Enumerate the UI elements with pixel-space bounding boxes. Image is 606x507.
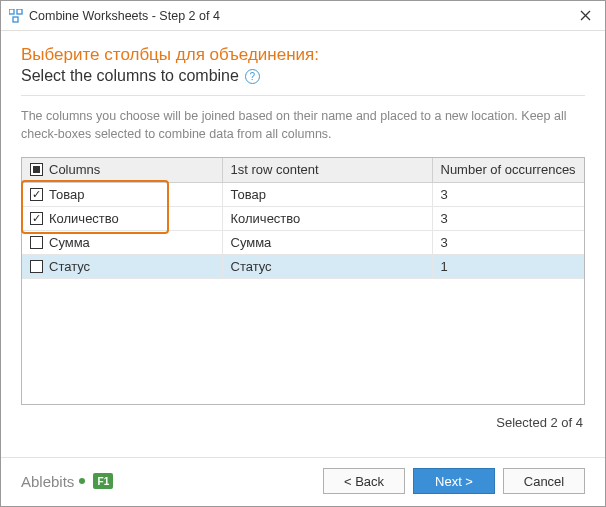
table-row[interactable]: СуммаСумма3 xyxy=(22,230,584,254)
svg-rect-1 xyxy=(17,9,22,14)
col-header-occurrences: Number of occurrences xyxy=(432,158,584,182)
row-occurrences: 1 xyxy=(432,254,584,278)
close-icon xyxy=(580,10,591,21)
row-first-content: Количество xyxy=(222,206,432,230)
row-occurrences: 3 xyxy=(432,206,584,230)
svg-rect-0 xyxy=(9,9,14,14)
heading-english-text: Select the columns to combine xyxy=(21,67,239,85)
table-row[interactable]: КоличествоКоличество3 xyxy=(22,206,584,230)
window-title: Combine Worksheets - Step 2 of 4 xyxy=(29,9,565,23)
row-checkbox[interactable] xyxy=(30,188,43,201)
row-column-name: Статус xyxy=(49,259,90,274)
app-icon xyxy=(9,9,23,23)
row-column-name: Сумма xyxy=(49,235,90,250)
col-header-columns: Columns xyxy=(49,162,100,177)
separator xyxy=(21,95,585,96)
row-column-name: Товар xyxy=(49,187,84,202)
brand-name: Ablebits xyxy=(21,473,74,490)
selection-status: Selected 2 of 4 xyxy=(21,415,583,430)
close-button[interactable] xyxy=(565,1,605,31)
row-first-content: Сумма xyxy=(222,230,432,254)
row-first-content: Товар xyxy=(222,182,432,206)
titlebar: Combine Worksheets - Step 2 of 4 xyxy=(1,1,605,31)
help-icon[interactable]: ? xyxy=(245,69,260,84)
row-occurrences: 3 xyxy=(432,230,584,254)
select-all-checkbox[interactable] xyxy=(30,163,43,176)
table-row[interactable]: ТоварТовар3 xyxy=(22,182,584,206)
help-f1-button[interactable]: F1 xyxy=(93,473,113,489)
row-checkbox[interactable] xyxy=(30,212,43,225)
back-button[interactable]: < Back xyxy=(323,468,405,494)
heading-english: Select the columns to combine ? xyxy=(21,67,585,85)
brand: Ablebits F1 xyxy=(21,473,113,490)
row-column-name: Количество xyxy=(49,211,119,226)
row-first-content: Статус xyxy=(222,254,432,278)
col-header-content: 1st row content xyxy=(222,158,432,182)
heading-localized: Выберите столбцы для объединения: xyxy=(21,45,585,65)
brand-dot-icon xyxy=(79,478,85,484)
row-occurrences: 3 xyxy=(432,182,584,206)
row-checkbox[interactable] xyxy=(30,260,43,273)
svg-rect-2 xyxy=(13,17,18,22)
row-checkbox[interactable] xyxy=(30,236,43,249)
next-button[interactable]: Next > xyxy=(413,468,495,494)
cancel-button[interactable]: Cancel xyxy=(503,468,585,494)
columns-table: Columns 1st row content Number of occurr… xyxy=(21,157,585,405)
explanation-text: The columns you choose will be joined ba… xyxy=(21,108,585,143)
table-row[interactable]: СтатусСтатус1 xyxy=(22,254,584,278)
footer: Ablebits F1 < Back Next > Cancel xyxy=(1,457,605,506)
